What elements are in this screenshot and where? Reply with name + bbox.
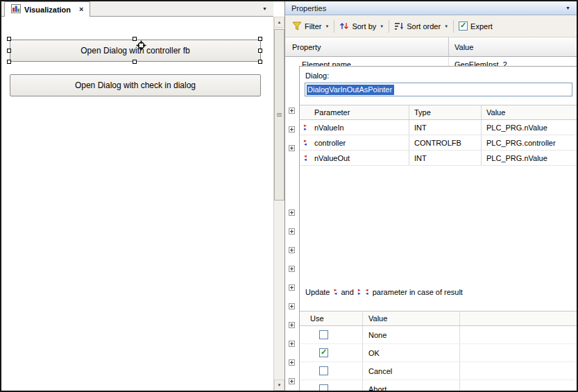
sort-order-icon bbox=[394, 22, 404, 31]
open-dialog-check-button[interactable]: Open Dialog with check in dialog bbox=[10, 74, 261, 96]
expand-plus-button[interactable] bbox=[289, 341, 295, 347]
codesys-window: Visualization × ▼ △ ▽ Open Dialog with c… bbox=[0, 0, 578, 392]
expand-plus-button[interactable] bbox=[289, 210, 295, 216]
tab-list-dropdown-icon[interactable]: ▼ bbox=[262, 6, 267, 11]
value-header-label: Value bbox=[454, 43, 473, 51]
filter-dropdown-icon: ▼ bbox=[325, 24, 329, 28]
properties-toolbar: Filter ▼ Sort by ▼ bbox=[285, 15, 577, 37]
scroll-up-button[interactable]: ▲ bbox=[274, 17, 284, 28]
update-parameter-line: Update ►◄ and ►► ◄◄ parameter in case of… bbox=[305, 288, 463, 296]
parameter-row[interactable]: ►► nValueIn INT PLC_PRG.nValue bbox=[300, 120, 577, 135]
sort-by-button[interactable]: Sort by ▼ bbox=[337, 20, 386, 32]
selection-handle[interactable] bbox=[258, 49, 262, 53]
tab-visualization[interactable]: Visualization × bbox=[4, 1, 90, 17]
down-arrow-icon: ▼ bbox=[278, 383, 282, 387]
parameter-table: Parameter Type Value ►► nValueIn INT PLC… bbox=[300, 105, 577, 166]
sort-order-dropdown-icon: ▼ bbox=[444, 24, 448, 28]
check-icon: ✓ bbox=[460, 22, 466, 29]
update-text: Update bbox=[305, 288, 330, 296]
toolbar-separator bbox=[389, 20, 389, 33]
sort-by-icon bbox=[339, 22, 349, 31]
selection-handle[interactable] bbox=[258, 37, 262, 41]
dialog-label: Dialog: bbox=[305, 71, 329, 80]
scroll-down-button[interactable]: ▼ bbox=[274, 380, 284, 391]
dialog-name-selected-text: DialogVarInOutAsPointer bbox=[307, 85, 394, 95]
expand-plus-button[interactable] bbox=[289, 126, 295, 133]
value-header-label: Value bbox=[486, 108, 505, 117]
filter-button[interactable]: Filter ▼ bbox=[290, 20, 331, 32]
type-header-label: Type bbox=[414, 108, 431, 117]
expert-checkbox[interactable]: ✓ Expert bbox=[457, 20, 495, 32]
var-input-icon: ►► bbox=[357, 289, 362, 296]
selection-handle[interactable] bbox=[7, 37, 11, 41]
use-row-cancel[interactable]: Cancel bbox=[300, 362, 577, 380]
selection-handle[interactable] bbox=[133, 60, 137, 64]
and-text: and bbox=[341, 288, 353, 296]
properties-title: Properties bbox=[291, 4, 326, 12]
scrollbar-thumb[interactable] bbox=[274, 29, 284, 201]
result-use-table: Use Value None ✓ OK bbox=[300, 311, 577, 391]
selection-handle[interactable] bbox=[258, 60, 262, 64]
var-input-icon: ►► bbox=[303, 124, 307, 131]
use-table-header: Use Value bbox=[300, 311, 577, 326]
expand-plus-button[interactable] bbox=[289, 108, 295, 114]
editor-tab-bar: Visualization × ▼ bbox=[1, 1, 273, 17]
visualization-icon bbox=[11, 4, 21, 15]
visualization-canvas[interactable] bbox=[1, 17, 273, 391]
selection-handle[interactable] bbox=[7, 60, 11, 64]
properties-panel: Properties ▼ Filter ▼ bbox=[284, 1, 577, 391]
var-inout-icon: ►◄ bbox=[333, 289, 337, 296]
expand-plus-button[interactable] bbox=[289, 303, 295, 309]
dialog-settings-panel: Dialog: DialogVarInOutAsPointer Paramete… bbox=[299, 66, 577, 391]
filter-label: Filter bbox=[305, 22, 321, 31]
expand-plus-button[interactable] bbox=[289, 228, 295, 235]
parameter-row[interactable]: ◄◄ nValueOut INT PLC_PRG.nValue bbox=[300, 151, 577, 166]
expand-plus-button[interactable] bbox=[289, 247, 295, 253]
property-header-label: Property bbox=[292, 43, 321, 51]
expand-plus-button[interactable] bbox=[289, 145, 295, 151]
use-header-label: Use bbox=[310, 314, 324, 323]
toolbar-separator bbox=[453, 20, 454, 33]
tab-close-icon[interactable]: × bbox=[79, 6, 83, 13]
properties-header: Properties ▼ bbox=[285, 1, 577, 15]
use-checkbox[interactable] bbox=[319, 384, 328, 391]
sort-order-label: Sort order bbox=[407, 22, 441, 31]
use-checkbox[interactable] bbox=[319, 330, 328, 339]
expert-label: Expert bbox=[470, 22, 493, 31]
canvas-vertical-scrollbar[interactable]: ▲ ▼ bbox=[273, 17, 284, 391]
use-value-header-label: Value bbox=[368, 314, 387, 323]
open-dialog-controller-button[interactable]: Open Dialog with controller fb bbox=[10, 40, 261, 62]
var-inout-icon: ►◄ bbox=[303, 139, 307, 146]
var-output-icon: ◄◄ bbox=[365, 289, 369, 296]
use-row-ok[interactable]: ✓ OK bbox=[300, 344, 577, 362]
expand-plus-button[interactable] bbox=[289, 378, 295, 384]
sort-by-dropdown-icon: ▼ bbox=[380, 24, 384, 28]
sort-order-button[interactable]: Sort order ▼ bbox=[392, 20, 450, 32]
expert-checkbox-box[interactable]: ✓ bbox=[459, 22, 468, 31]
var-output-icon: ◄◄ bbox=[303, 155, 307, 162]
toolbar-separator bbox=[334, 20, 334, 33]
check-icon: ✓ bbox=[321, 348, 327, 356]
property-column-header[interactable]: Property bbox=[285, 37, 448, 56]
use-checkbox-checked[interactable]: ✓ bbox=[319, 348, 328, 357]
up-arrow-icon: ▲ bbox=[278, 20, 282, 24]
expand-plus-button[interactable] bbox=[289, 284, 295, 291]
value-column-header[interactable]: Value bbox=[448, 37, 577, 56]
mouse-cursor-icon bbox=[136, 40, 146, 51]
tab-label: Visualization bbox=[24, 6, 71, 14]
thumb-grip-icon bbox=[277, 114, 282, 115]
use-row-abort[interactable]: Abort bbox=[300, 380, 577, 391]
expand-plus-button[interactable] bbox=[289, 359, 295, 366]
panel-menu-dropdown-icon[interactable]: ▼ bbox=[566, 6, 570, 10]
dialog-name-input[interactable]: DialogVarInOutAsPointer bbox=[305, 83, 572, 96]
use-row-none[interactable]: None bbox=[300, 326, 577, 344]
expand-plus-button[interactable] bbox=[289, 322, 295, 328]
update-tail-text: parameter in case of result bbox=[373, 288, 463, 296]
filter-icon bbox=[292, 22, 302, 31]
parameter-row[interactable]: ►◄ controller CONTROLFB PLC_PRG.controll… bbox=[300, 135, 577, 151]
grid-column-header: Property Value bbox=[285, 37, 577, 57]
parameter-header-label: Parameter bbox=[314, 108, 350, 117]
selection-handle[interactable] bbox=[7, 49, 11, 53]
expand-plus-button[interactable] bbox=[289, 266, 295, 272]
use-checkbox[interactable] bbox=[319, 366, 328, 375]
